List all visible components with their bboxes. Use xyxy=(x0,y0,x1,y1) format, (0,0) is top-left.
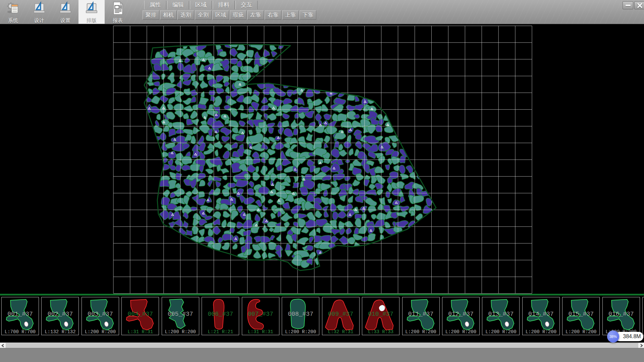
part-lr-count: L:200 R:200 xyxy=(282,329,319,335)
app-button-nesting[interactable]: 排版 xyxy=(78,0,105,24)
part-lr-count: L:132 R:132 xyxy=(42,329,78,335)
application-window: 系统设计设置排版报表 属性编辑区域排料交互 聚排相机选割全割区域瑕疵左靠右靠上靠… xyxy=(0,0,644,362)
horizontal-scrollbar[interactable] xyxy=(0,343,644,348)
close-icon xyxy=(637,3,643,8)
part-thumbnail-006_#37[interactable]: 006_#37L:21 R:21 xyxy=(202,297,239,335)
part-lr-count: L:700 R:700 xyxy=(2,329,39,335)
tool-button-6[interactable]: 瑕疵 xyxy=(230,10,247,20)
tab-5[interactable]: 交互 xyxy=(235,1,258,9)
part-id: 008_#37 xyxy=(282,311,319,317)
part-lr-count: L:32 R:31 xyxy=(322,329,359,335)
tab-1[interactable]: 属性 xyxy=(144,1,166,9)
part-thumbnail-partial[interactable] xyxy=(642,297,644,335)
part-id: 004_#37 xyxy=(122,311,159,317)
part-id: 009_#37 xyxy=(322,311,359,317)
part-id: 005_#37 xyxy=(162,311,199,317)
part-thumbnail-003_#37[interactable]: 003_#37L:200 R:200 xyxy=(82,297,119,335)
memory-indicator[interactable]: 384.8M 38% xyxy=(607,330,644,343)
part-id: 010_#37 xyxy=(362,311,399,317)
progress-circle: 38% xyxy=(607,330,619,343)
scroll-right-button[interactable] xyxy=(638,343,644,348)
part-thumbnail-007_#37[interactable]: 007_#37L:31 R:31 xyxy=(242,297,279,335)
part-id: 007_#37 xyxy=(242,311,279,317)
tab-3[interactable]: 区域 xyxy=(190,1,212,9)
app-button-label: 设置 xyxy=(60,17,70,24)
part-lr-count: L:200 R:200 xyxy=(402,329,439,335)
minimize-button[interactable] xyxy=(623,1,633,9)
tool-button-8[interactable]: 右靠 xyxy=(265,10,281,20)
part-id: 001_#37 xyxy=(2,311,39,317)
app-button-settings[interactable]: 设置 xyxy=(52,0,78,24)
nesting-icon xyxy=(85,1,99,17)
memory-value: 384.8M xyxy=(615,332,643,341)
app-button-system[interactable]: 系统 xyxy=(0,0,26,24)
part-id: 002_#37 xyxy=(42,311,78,317)
app-button-label: 报表 xyxy=(113,17,123,24)
chevron-left-icon xyxy=(1,344,5,347)
system-icon xyxy=(6,1,20,17)
part-lr-count: L:31 R:31 xyxy=(122,329,159,335)
part-id: 006_#37 xyxy=(202,311,239,317)
minimize-icon xyxy=(626,5,631,6)
part-lr-count: L:21 R:21 xyxy=(202,329,239,335)
nested-pieces xyxy=(144,40,433,268)
part-thumbnail-014_#37[interactable]: 014_#37L:200 R:200 xyxy=(522,297,560,335)
part-thumbnail-004_#37[interactable]: 004_#37L:31 R:31 xyxy=(121,297,159,335)
app-button-report[interactable]: 报表 xyxy=(105,0,131,24)
part-thumbnail-013_#37[interactable]: 013_#37L:200 R:200 xyxy=(482,297,520,335)
part-lr-count: L:33 R:33 xyxy=(362,329,399,335)
part-thumbnail-008_#37[interactable]: 008_#37L:200 R:200 xyxy=(282,297,319,335)
chevron-right-icon xyxy=(640,344,643,347)
tool-button-9[interactable]: 上靠 xyxy=(282,10,299,20)
part-id: 014_#37 xyxy=(523,311,559,317)
parts-strip: 001_#37L:700 R:700002_#37L:132 R:132003_… xyxy=(0,296,644,343)
tab-4[interactable]: 排料 xyxy=(213,1,235,9)
tool-button-5[interactable]: 区域 xyxy=(212,10,229,20)
part-thumbnail-002_#37[interactable]: 002_#37L:132 R:132 xyxy=(41,297,79,335)
app-button-label: 设计 xyxy=(34,17,44,24)
part-thumbnail-016_#37[interactable]: 016_#37L:200 R:200 xyxy=(602,297,640,335)
part-thumbnail-010_#37[interactable]: 010_#37L:33 R:33 xyxy=(362,297,399,335)
app-button-label: 系统 xyxy=(8,17,18,24)
part-thumbnail-015_#37[interactable]: 015_#37L:200 R:200 xyxy=(562,297,600,335)
tool-button-7[interactable]: 左靠 xyxy=(247,10,264,20)
ribbon-toolbar: 系统设计设置排版报表 属性编辑区域排料交互 聚排相机选割全割区域瑕疵左靠右靠上靠… xyxy=(0,0,644,24)
tab-2[interactable]: 编辑 xyxy=(167,1,189,9)
part-id: 016_#37 xyxy=(603,311,640,317)
tool-button-4[interactable]: 全割 xyxy=(195,10,212,20)
part-id: 012_#37 xyxy=(442,311,479,317)
status-bar xyxy=(0,348,644,362)
part-id: 015_#37 xyxy=(562,311,599,317)
nesting-canvas[interactable] xyxy=(0,24,644,294)
tool-button-1[interactable]: 聚排 xyxy=(143,10,159,20)
part-id: 013_#37 xyxy=(482,311,519,317)
part-thumbnail-001_#37[interactable]: 001_#37L:700 R:700 xyxy=(1,297,39,335)
part-lr-count: L:200 R:200 xyxy=(562,329,599,335)
tool-button-10[interactable]: 下靠 xyxy=(300,10,316,20)
close-button[interactable] xyxy=(634,1,644,9)
part-id: 011_#37 xyxy=(402,311,439,317)
settings-icon xyxy=(58,1,72,17)
part-thumbnail-011_#37[interactable]: 011_#37L:200 R:200 xyxy=(402,297,440,335)
app-button-label: 排版 xyxy=(87,17,97,24)
report-icon xyxy=(111,1,125,17)
part-lr-count: L:200 R:200 xyxy=(82,329,119,335)
part-lr-count: L:200 R:200 xyxy=(442,329,479,335)
design-icon xyxy=(32,1,46,17)
part-lr-count: L:200 R:200 xyxy=(162,329,199,335)
part-lr-count: L:200 R:200 xyxy=(482,329,519,335)
tool-button-3[interactable]: 选割 xyxy=(177,10,194,20)
part-id: 003_#37 xyxy=(82,311,119,317)
tool-button-2[interactable]: 相机 xyxy=(160,10,177,20)
part-lr-count: L:200 R:200 xyxy=(523,329,559,335)
part-thumbnail-005_#37[interactable]: 005_#37L:200 R:200 xyxy=(162,297,199,335)
part-thumbnail-012_#37[interactable]: 012_#37L:200 R:200 xyxy=(442,297,480,335)
part-thumbnail-009_#37[interactable]: 009_#37L:32 R:31 xyxy=(322,297,360,335)
part-lr-count: L:31 R:31 xyxy=(242,329,279,335)
scroll-left-button[interactable] xyxy=(0,343,6,348)
app-button-design[interactable]: 设计 xyxy=(26,0,52,24)
